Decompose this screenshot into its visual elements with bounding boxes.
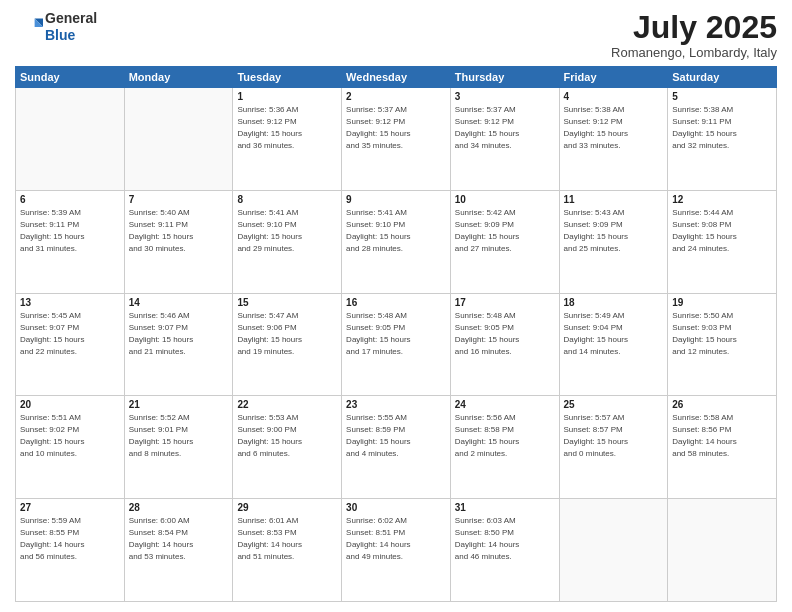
- col-tuesday: Tuesday: [233, 67, 342, 88]
- day-detail: Sunrise: 5:47 AMSunset: 9:06 PMDaylight:…: [237, 310, 337, 358]
- logo-blue-text: Blue: [45, 27, 97, 44]
- day-number: 24: [455, 399, 555, 410]
- day-number: 8: [237, 194, 337, 205]
- day-number: 19: [672, 297, 772, 308]
- day-number: 21: [129, 399, 229, 410]
- day-cell: 2Sunrise: 5:37 AMSunset: 9:12 PMDaylight…: [342, 88, 451, 191]
- day-cell: 3Sunrise: 5:37 AMSunset: 9:12 PMDaylight…: [450, 88, 559, 191]
- day-number: 12: [672, 194, 772, 205]
- day-detail: Sunrise: 5:44 AMSunset: 9:08 PMDaylight:…: [672, 207, 772, 255]
- day-detail: Sunrise: 5:38 AMSunset: 9:11 PMDaylight:…: [672, 104, 772, 152]
- day-detail: Sunrise: 5:40 AMSunset: 9:11 PMDaylight:…: [129, 207, 229, 255]
- calendar-header: Sunday Monday Tuesday Wednesday Thursday…: [16, 67, 777, 88]
- day-cell: 11Sunrise: 5:43 AMSunset: 9:09 PMDayligh…: [559, 190, 668, 293]
- day-number: 7: [129, 194, 229, 205]
- col-monday: Monday: [124, 67, 233, 88]
- day-cell: [16, 88, 125, 191]
- month-title: July 2025: [611, 10, 777, 45]
- header: General Blue July 2025 Romanengo, Lombar…: [15, 10, 777, 60]
- day-number: 3: [455, 91, 555, 102]
- day-cell: 28Sunrise: 6:00 AMSunset: 8:54 PMDayligh…: [124, 499, 233, 602]
- day-number: 15: [237, 297, 337, 308]
- day-detail: Sunrise: 5:58 AMSunset: 8:56 PMDaylight:…: [672, 412, 772, 460]
- day-detail: Sunrise: 5:45 AMSunset: 9:07 PMDaylight:…: [20, 310, 120, 358]
- day-number: 16: [346, 297, 446, 308]
- day-detail: Sunrise: 5:48 AMSunset: 9:05 PMDaylight:…: [455, 310, 555, 358]
- day-cell: 31Sunrise: 6:03 AMSunset: 8:50 PMDayligh…: [450, 499, 559, 602]
- day-detail: Sunrise: 6:00 AMSunset: 8:54 PMDaylight:…: [129, 515, 229, 563]
- day-cell: 22Sunrise: 5:53 AMSunset: 9:00 PMDayligh…: [233, 396, 342, 499]
- location: Romanengo, Lombardy, Italy: [611, 45, 777, 60]
- day-cell: 26Sunrise: 5:58 AMSunset: 8:56 PMDayligh…: [668, 396, 777, 499]
- day-cell: 14Sunrise: 5:46 AMSunset: 9:07 PMDayligh…: [124, 293, 233, 396]
- day-detail: Sunrise: 5:37 AMSunset: 9:12 PMDaylight:…: [455, 104, 555, 152]
- day-number: 25: [564, 399, 664, 410]
- day-detail: Sunrise: 5:55 AMSunset: 8:59 PMDaylight:…: [346, 412, 446, 460]
- day-cell: 13Sunrise: 5:45 AMSunset: 9:07 PMDayligh…: [16, 293, 125, 396]
- calendar-body: 1Sunrise: 5:36 AMSunset: 9:12 PMDaylight…: [16, 88, 777, 602]
- logo-general-text: General: [45, 10, 97, 27]
- day-cell: 5Sunrise: 5:38 AMSunset: 9:11 PMDaylight…: [668, 88, 777, 191]
- day-cell: 29Sunrise: 6:01 AMSunset: 8:53 PMDayligh…: [233, 499, 342, 602]
- day-number: 23: [346, 399, 446, 410]
- week-row-0: 1Sunrise: 5:36 AMSunset: 9:12 PMDaylight…: [16, 88, 777, 191]
- day-detail: Sunrise: 5:37 AMSunset: 9:12 PMDaylight:…: [346, 104, 446, 152]
- day-cell: 8Sunrise: 5:41 AMSunset: 9:10 PMDaylight…: [233, 190, 342, 293]
- day-number: 14: [129, 297, 229, 308]
- day-cell: 4Sunrise: 5:38 AMSunset: 9:12 PMDaylight…: [559, 88, 668, 191]
- day-cell: 6Sunrise: 5:39 AMSunset: 9:11 PMDaylight…: [16, 190, 125, 293]
- day-number: 18: [564, 297, 664, 308]
- day-cell: 18Sunrise: 5:49 AMSunset: 9:04 PMDayligh…: [559, 293, 668, 396]
- col-sunday: Sunday: [16, 67, 125, 88]
- day-detail: Sunrise: 5:39 AMSunset: 9:11 PMDaylight:…: [20, 207, 120, 255]
- week-row-4: 27Sunrise: 5:59 AMSunset: 8:55 PMDayligh…: [16, 499, 777, 602]
- day-number: 13: [20, 297, 120, 308]
- day-detail: Sunrise: 6:02 AMSunset: 8:51 PMDaylight:…: [346, 515, 446, 563]
- day-number: 2: [346, 91, 446, 102]
- week-row-2: 13Sunrise: 5:45 AMSunset: 9:07 PMDayligh…: [16, 293, 777, 396]
- day-number: 28: [129, 502, 229, 513]
- day-cell: 20Sunrise: 5:51 AMSunset: 9:02 PMDayligh…: [16, 396, 125, 499]
- col-saturday: Saturday: [668, 67, 777, 88]
- week-row-1: 6Sunrise: 5:39 AMSunset: 9:11 PMDaylight…: [16, 190, 777, 293]
- day-detail: Sunrise: 5:46 AMSunset: 9:07 PMDaylight:…: [129, 310, 229, 358]
- day-cell: 25Sunrise: 5:57 AMSunset: 8:57 PMDayligh…: [559, 396, 668, 499]
- day-detail: Sunrise: 5:43 AMSunset: 9:09 PMDaylight:…: [564, 207, 664, 255]
- day-number: 29: [237, 502, 337, 513]
- logo-icon: [15, 13, 43, 41]
- day-cell: [668, 499, 777, 602]
- day-cell: 7Sunrise: 5:40 AMSunset: 9:11 PMDaylight…: [124, 190, 233, 293]
- day-detail: Sunrise: 6:03 AMSunset: 8:50 PMDaylight:…: [455, 515, 555, 563]
- day-cell: 17Sunrise: 5:48 AMSunset: 9:05 PMDayligh…: [450, 293, 559, 396]
- title-block: July 2025 Romanengo, Lombardy, Italy: [611, 10, 777, 60]
- day-cell: 23Sunrise: 5:55 AMSunset: 8:59 PMDayligh…: [342, 396, 451, 499]
- day-detail: Sunrise: 5:59 AMSunset: 8:55 PMDaylight:…: [20, 515, 120, 563]
- day-cell: [124, 88, 233, 191]
- day-cell: 30Sunrise: 6:02 AMSunset: 8:51 PMDayligh…: [342, 499, 451, 602]
- day-cell: 15Sunrise: 5:47 AMSunset: 9:06 PMDayligh…: [233, 293, 342, 396]
- day-detail: Sunrise: 5:52 AMSunset: 9:01 PMDaylight:…: [129, 412, 229, 460]
- day-cell: 9Sunrise: 5:41 AMSunset: 9:10 PMDaylight…: [342, 190, 451, 293]
- day-cell: 10Sunrise: 5:42 AMSunset: 9:09 PMDayligh…: [450, 190, 559, 293]
- day-detail: Sunrise: 5:49 AMSunset: 9:04 PMDaylight:…: [564, 310, 664, 358]
- day-number: 6: [20, 194, 120, 205]
- day-number: 9: [346, 194, 446, 205]
- day-number: 11: [564, 194, 664, 205]
- day-cell: [559, 499, 668, 602]
- day-number: 10: [455, 194, 555, 205]
- col-friday: Friday: [559, 67, 668, 88]
- day-detail: Sunrise: 5:38 AMSunset: 9:12 PMDaylight:…: [564, 104, 664, 152]
- day-number: 4: [564, 91, 664, 102]
- day-number: 17: [455, 297, 555, 308]
- day-number: 26: [672, 399, 772, 410]
- col-wednesday: Wednesday: [342, 67, 451, 88]
- day-number: 20: [20, 399, 120, 410]
- day-detail: Sunrise: 6:01 AMSunset: 8:53 PMDaylight:…: [237, 515, 337, 563]
- day-number: 1: [237, 91, 337, 102]
- day-cell: 19Sunrise: 5:50 AMSunset: 9:03 PMDayligh…: [668, 293, 777, 396]
- day-detail: Sunrise: 5:50 AMSunset: 9:03 PMDaylight:…: [672, 310, 772, 358]
- day-cell: 16Sunrise: 5:48 AMSunset: 9:05 PMDayligh…: [342, 293, 451, 396]
- day-detail: Sunrise: 5:41 AMSunset: 9:10 PMDaylight:…: [237, 207, 337, 255]
- day-cell: 1Sunrise: 5:36 AMSunset: 9:12 PMDaylight…: [233, 88, 342, 191]
- day-detail: Sunrise: 5:48 AMSunset: 9:05 PMDaylight:…: [346, 310, 446, 358]
